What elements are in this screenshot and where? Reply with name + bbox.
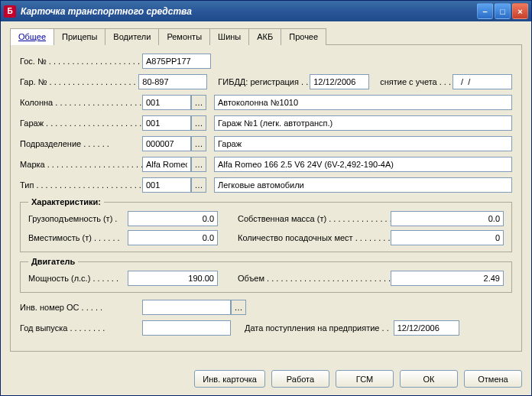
label-objem: Объем . . . . . . . . . . . . . . . . . … (238, 274, 391, 283)
row-gar-no: Гар. № ГИБДД: регистрация . . снятие с у… (20, 73, 512, 90)
minimize-button[interactable]: – (477, 3, 493, 19)
input-gos-no[interactable] (142, 54, 211, 69)
ok-button[interactable]: ОК (400, 370, 458, 388)
input-podr-code[interactable] (142, 136, 191, 151)
app-icon: Б (4, 5, 16, 18)
client-area: Общее Прицепы Водители Ремонты Шины АКБ … (1, 21, 531, 395)
window-title: Карточка транспортного средства (21, 6, 477, 17)
label-gruz: Грузоподъемность (т) . (28, 214, 128, 223)
gsm-button[interactable]: ГСМ (336, 370, 394, 388)
input-marka-code[interactable] (142, 157, 191, 172)
input-gibdd-reg[interactable] (310, 74, 369, 89)
input-garage-code[interactable] (142, 115, 191, 131)
label-gibdd-dereg: снятие с учета . . . (380, 77, 451, 86)
maximize-button[interactable]: □ (495, 3, 511, 19)
input-kolonna-name[interactable] (214, 95, 512, 110)
row-kolonna: Колонна … (20, 94, 512, 111)
close-button[interactable]: × (512, 3, 528, 19)
label-posad: Количество посадочных мест . . . . . . .… (238, 233, 391, 242)
lookup-kolonna-button[interactable]: … (191, 95, 206, 110)
tab-other[interactable]: Прочее (281, 28, 326, 45)
input-power[interactable] (128, 271, 218, 286)
input-gruz[interactable] (128, 211, 218, 226)
row-year: Год выпуска . . . . . . . . Дата поступл… (20, 320, 512, 336)
tab-drivers[interactable]: Водители (105, 28, 159, 45)
row-marka: Марка … (20, 156, 512, 173)
lookup-inos-button[interactable]: … (231, 300, 246, 315)
title-bar: Б Карточка транспортного средства – □ × (1, 1, 531, 21)
input-podr-name[interactable] (214, 136, 512, 151)
fieldset-characteristics: Характеристики: Грузоподъемность (т) . С… (20, 197, 512, 252)
cancel-button[interactable]: Отмена (464, 370, 522, 388)
label-gar-no: Гар. № (20, 77, 138, 86)
legend-characteristics: Характеристики: (28, 197, 104, 206)
work-button[interactable]: Работа (271, 370, 329, 388)
label-inos: Инв. номер ОС . . . . . (20, 303, 142, 312)
tab-page-general: Гос. № Гар. № ГИБДД: регистрация . . сня… (10, 45, 522, 352)
label-date-in: Дата поступления на предприятие . . (245, 323, 389, 333)
window-controls: – □ × (477, 3, 528, 19)
row-gos-no: Гос. № (20, 53, 512, 70)
input-kolonna-code[interactable] (142, 95, 191, 110)
input-vmest[interactable] (128, 230, 218, 245)
label-tip: Тип (20, 180, 142, 190)
input-posad[interactable] (391, 230, 504, 245)
lookup-tip-button[interactable]: … (191, 177, 206, 193)
vehicle-card-window: Б Карточка транспортного средства – □ × … (0, 0, 532, 396)
input-objem[interactable] (391, 271, 504, 286)
fieldset-engine: Двигатель Мощность (л.с.) . . . . . . Об… (20, 257, 512, 293)
row-inos: Инв. номер ОС . . . . . … (20, 299, 512, 316)
label-power: Мощность (л.с.) . . . . . . (28, 274, 128, 283)
input-tip-code[interactable] (142, 177, 191, 193)
label-kolonna: Колонна (20, 98, 142, 107)
input-year[interactable] (142, 320, 231, 336)
tab-repairs[interactable]: Ремонты (158, 28, 210, 45)
tab-strip: Общее Прицепы Водители Ремонты Шины АКБ … (10, 28, 522, 45)
row-garage: Гараж … (20, 115, 512, 131)
tab-tires[interactable]: Шины (209, 28, 249, 45)
label-garage: Гараж (20, 118, 142, 128)
footer-buttons: Инв. карточка Работа ГСМ ОК Отмена (194, 370, 522, 388)
input-gar-no[interactable] (138, 74, 207, 89)
tab-trailers[interactable]: Прицепы (54, 28, 105, 45)
tab-battery[interactable]: АКБ (248, 28, 281, 45)
input-date-in[interactable] (394, 320, 459, 336)
lookup-garage-button[interactable]: … (191, 115, 206, 131)
input-tip-name[interactable] (214, 177, 512, 193)
input-garage-name[interactable] (214, 115, 512, 131)
row-tip: Тип … (20, 177, 512, 193)
lookup-marka-button[interactable]: … (191, 157, 206, 172)
input-inos[interactable] (142, 300, 231, 315)
label-year: Год выпуска . . . . . . . . (20, 323, 142, 333)
label-gibdd-reg: ГИБДД: регистрация . . (218, 77, 308, 86)
tab-general[interactable]: Общее (10, 28, 54, 45)
inv-card-button[interactable]: Инв. карточка (194, 370, 265, 388)
label-marka: Марка (20, 160, 142, 169)
label-gos-no: Гос. № (20, 57, 142, 66)
label-sobmass: Собственная масса (т) . . . . . . . . . … (238, 214, 391, 223)
row-podrazdelenie: Подразделение . . . . . . … (20, 135, 512, 152)
input-sobmass[interactable] (391, 211, 504, 226)
input-marka-name[interactable] (214, 157, 512, 172)
legend-engine: Двигатель (28, 257, 78, 266)
label-vmest: Вместимость (т) . . . . . . (28, 233, 128, 242)
lookup-podr-button[interactable]: … (191, 136, 206, 151)
input-gibdd-dereg[interactable] (453, 74, 512, 89)
label-podrazdelenie: Подразделение . . . . . . (20, 139, 142, 148)
